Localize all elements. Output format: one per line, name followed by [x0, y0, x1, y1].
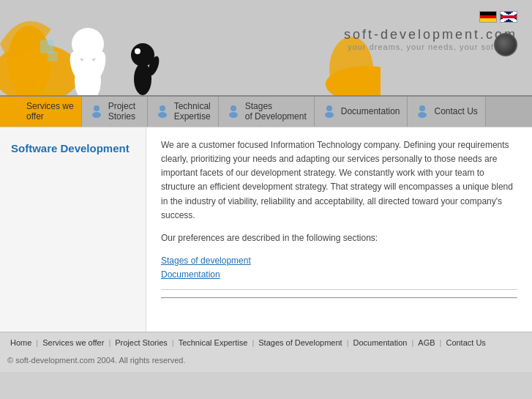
- svg-point-25: [418, 112, 427, 118]
- site-title: soft-development.com: [344, 27, 517, 42]
- content: We are a customer focused Information Te…: [146, 127, 532, 332]
- navbar: Services weoffer ProjectStories Technica…: [0, 95, 532, 127]
- nav-label-technical: TechnicalExpertise: [174, 101, 211, 122]
- footer-nav: Home | Services we offer | Project Stori…: [0, 332, 532, 353]
- person-icon-documentation: [322, 104, 337, 119]
- nav-label-contact: Contact Us: [434, 106, 477, 116]
- sidebar: Software Development: [0, 127, 146, 332]
- footer-link-services[interactable]: Services we offer: [40, 338, 107, 347]
- content-paragraph1: We are a customer focused Information Te…: [161, 138, 517, 223]
- svg-point-17: [92, 112, 101, 118]
- svg-point-23: [325, 112, 334, 118]
- nav-item-project[interactable]: ProjectStories: [82, 97, 148, 127]
- svg-point-24: [419, 105, 425, 111]
- footer-link-contact[interactable]: Contact Us: [443, 338, 488, 347]
- nav-label-services: Services weoffer: [26, 101, 74, 122]
- footer-link-technical[interactable]: Technical Expertise: [176, 338, 251, 347]
- footer-link-documentation[interactable]: Documentation: [350, 338, 410, 347]
- footer-link-home[interactable]: Home: [7, 338, 34, 347]
- header-logo-area: soft-development.com your dreams, your n…: [344, 11, 517, 51]
- footer-link-project[interactable]: Project Stories: [112, 338, 171, 347]
- nav-label-project: ProjectStories: [108, 101, 135, 122]
- nav-item-stages[interactable]: Stagesof Development: [219, 97, 315, 127]
- stages-link[interactable]: Stages of development: [161, 254, 517, 268]
- person-icon-technical: [155, 104, 170, 119]
- nav-label-documentation: Documentation: [341, 106, 400, 116]
- nav-item-documentation[interactable]: Documentation: [315, 97, 408, 127]
- flag-uk[interactable]: [500, 11, 517, 23]
- person-icon-stages: [226, 104, 241, 119]
- header-logo-wrapper: soft-development.com your dreams, your n…: [344, 27, 517, 51]
- svg-point-22: [326, 105, 332, 111]
- nav-item-services[interactable]: Services weoffer: [0, 97, 82, 127]
- person-icon-services: [7, 104, 22, 119]
- content-paragraph2: Our preferences are described in the fol…: [161, 231, 517, 245]
- svg-point-16: [94, 105, 100, 111]
- main: Software Development We are a customer f…: [0, 127, 532, 332]
- nav-item-contact[interactable]: Contact Us: [408, 97, 485, 127]
- header: soft-development.com your dreams, your n…: [0, 0, 532, 95]
- svg-point-8: [135, 48, 141, 54]
- footer-copyright: © soft-development.com 2004. All rights …: [0, 353, 532, 372]
- flag-de[interactable]: [479, 11, 497, 23]
- content-separator2: [161, 297, 517, 299]
- person-icon-project: [89, 104, 104, 119]
- svg-point-18: [160, 105, 165, 111]
- nav-label-stages: Stagesof Development: [245, 101, 307, 122]
- header-art: [0, 0, 381, 95]
- svg-point-20: [231, 105, 236, 111]
- documentation-link[interactable]: Documentation: [161, 268, 517, 282]
- svg-rect-13: [48, 51, 58, 61]
- svg-point-14: [12, 105, 18, 111]
- nav-item-technical[interactable]: TechnicalExpertise: [148, 97, 219, 127]
- sidebar-title: Software Development: [11, 142, 135, 154]
- footer-link-agb[interactable]: AGB: [415, 338, 438, 347]
- svg-point-15: [10, 112, 19, 118]
- svg-point-21: [229, 112, 238, 118]
- flags: [344, 11, 517, 23]
- footer-link-stages[interactable]: Stages of Development: [255, 338, 345, 347]
- svg-point-19: [158, 112, 167, 118]
- person-icon-contact: [415, 104, 430, 119]
- site-subtitle: your dreams, your needs, your software: [344, 42, 517, 51]
- globe-icon: [494, 33, 517, 56]
- content-separator: [161, 289, 517, 290]
